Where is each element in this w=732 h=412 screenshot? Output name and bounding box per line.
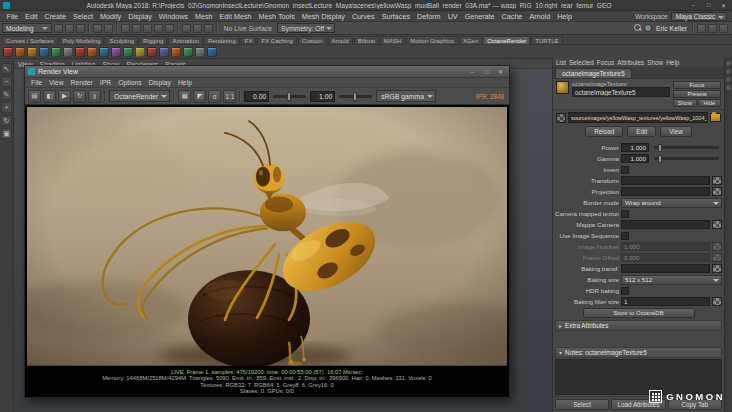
undo-icon[interactable] — [93, 24, 102, 33]
attribute-editor-toggle-icon[interactable] — [708, 24, 717, 33]
rv-menu-view[interactable]: View — [46, 79, 67, 86]
select-tool[interactable]: ↖ — [1, 63, 12, 74]
snap-grid-icon[interactable] — [121, 24, 130, 33]
shelf-tab-poly-modeling[interactable]: Poly Modeling — [59, 36, 105, 44]
shelf-icon[interactable] — [39, 47, 49, 57]
rgb-channels-icon[interactable]: ◩ — [193, 90, 206, 103]
redo-icon[interactable] — [104, 24, 113, 33]
open-scene-icon[interactable] — [65, 24, 74, 33]
node-tab[interactable]: octaneImageTexture5 — [555, 68, 632, 78]
shelf-tab-rigging[interactable]: Rigging — [139, 36, 167, 44]
hide-button[interactable]: Hide — [698, 99, 722, 107]
rv-menu-options[interactable]: Options — [115, 79, 144, 86]
ae-menu-selected[interactable]: Selected — [569, 59, 594, 66]
slider-power[interactable] — [654, 146, 719, 149]
text-field-frame-offset[interactable]: 0.000 — [621, 253, 710, 262]
menu-deform[interactable]: Deform — [414, 12, 445, 21]
rv-menu-render[interactable]: Render — [68, 79, 96, 86]
renderer-dropdown[interactable]: OctaneRender — [109, 90, 170, 102]
slider-handle[interactable] — [353, 92, 357, 101]
modeling-toolkit-toggle-icon[interactable] — [697, 24, 706, 33]
panel-toggle-icon[interactable] — [726, 85, 731, 90]
menu-help[interactable]: Help — [554, 12, 576, 21]
shelf-icon[interactable] — [63, 47, 73, 57]
render-current-icon[interactable] — [182, 24, 191, 33]
shelf-tab-curves-surfaces[interactable]: Curves / Surfaces — [2, 36, 58, 44]
exposure-slider[interactable] — [273, 95, 306, 98]
snap-curve-icon[interactable] — [132, 24, 141, 33]
menu-select[interactable]: Select — [70, 12, 97, 21]
show-button[interactable]: Show — [673, 99, 697, 107]
rv-menu-ipr[interactable]: IPR — [97, 79, 114, 86]
ae-menu-help[interactable]: Help — [666, 59, 679, 66]
ipr-render-icon[interactable] — [193, 24, 202, 33]
shelf-icon[interactable] — [135, 47, 145, 57]
dropdown-border-mode[interactable]: Wrap around — [621, 198, 722, 208]
text-field-transform[interactable] — [621, 176, 710, 185]
menu-mesh-tools[interactable]: Mesh Tools — [255, 12, 298, 21]
ae-menu-attributes[interactable]: Attributes — [617, 59, 644, 66]
node-name-field[interactable]: octaneImageTexture5 — [572, 87, 670, 97]
shelf-icon[interactable] — [3, 47, 13, 57]
store-to-octanedb-button[interactable]: Store to OctaneDB — [583, 308, 695, 318]
minimize-button[interactable]: – — [688, 2, 699, 8]
menu-file[interactable]: File — [3, 12, 22, 21]
texture-swatch[interactable] — [556, 81, 569, 94]
symmetry-dropdown[interactable]: Symmetry: Off — [277, 23, 335, 33]
menu-edit-mesh[interactable]: Edit Mesh — [216, 12, 255, 21]
rv-menu-file[interactable]: File — [28, 79, 45, 86]
shelf-tab-arnold[interactable]: Arnold — [328, 36, 353, 44]
shelf-icon[interactable] — [183, 47, 193, 57]
menu-curves[interactable]: Curves — [348, 12, 378, 21]
rv-menu-display[interactable]: Display — [146, 79, 174, 86]
menu-display[interactable]: Display — [125, 12, 156, 21]
close-button[interactable]: ✕ — [718, 2, 729, 9]
one-to-one-icon[interactable]: 1:1 — [223, 90, 236, 103]
shelf-icon[interactable] — [15, 47, 25, 57]
panel-toggle-icon[interactable] — [726, 77, 731, 82]
snap-plane-icon[interactable] — [154, 24, 163, 33]
browse-folder-icon[interactable] — [710, 113, 721, 122]
panel-toggle-icon[interactable] — [726, 61, 731, 66]
panel-toggle-icon[interactable] — [726, 69, 731, 74]
connect-texture-icon[interactable] — [712, 297, 722, 306]
shelf-tab-sculpting[interactable]: Sculpting — [105, 36, 138, 44]
shelf-tab-animation[interactable]: Animation — [168, 36, 203, 44]
edit-button[interactable]: Edit — [627, 126, 656, 137]
text-field-projection[interactable] — [621, 187, 710, 196]
shelf-icon[interactable] — [195, 47, 205, 57]
text-field-mappa-camera[interactable] — [621, 220, 710, 229]
connect-texture-icon[interactable] — [712, 253, 722, 262]
exposure-field[interactable]: 0.00 — [244, 91, 269, 102]
extra-attributes-section[interactable]: ▸ Extra Attributes — [555, 320, 722, 331]
scale-tool[interactable]: ▣ — [1, 128, 12, 139]
shelf-tab-rendering[interactable]: Rendering — [204, 36, 240, 44]
text-field-baking-filter-size[interactable]: 1 — [621, 297, 710, 306]
menu-generate[interactable]: Generate — [461, 12, 498, 21]
focus-button[interactable]: Focus — [673, 81, 721, 89]
lasso-tool[interactable]: ~ — [1, 76, 12, 87]
checkbox-camera-mapped-texture[interactable] — [621, 210, 629, 218]
rotate-tool[interactable]: ↻ — [1, 115, 12, 126]
menu-uv[interactable]: UV — [444, 12, 461, 21]
render-view-titlebar[interactable]: Render View – □ ✕ — [25, 66, 509, 78]
render-icon[interactable]: ▶ — [58, 90, 71, 103]
ipr-render-icon[interactable]: ↻ — [73, 90, 86, 103]
ae-menu-focus[interactable]: Focus — [597, 59, 614, 66]
move-tool[interactable]: + — [1, 102, 12, 113]
shelf-icon[interactable] — [147, 47, 157, 57]
alpha-channel-icon[interactable]: α — [208, 90, 221, 103]
view-button[interactable]: View — [660, 126, 692, 137]
slider-handle[interactable] — [287, 92, 291, 101]
menu-edit[interactable]: Edit — [22, 12, 41, 21]
shelf-icon[interactable] — [159, 47, 169, 57]
connect-texture-icon[interactable] — [712, 187, 722, 196]
user-avatar[interactable] — [644, 24, 652, 32]
slider-gamma[interactable] — [654, 157, 719, 160]
rv-menu-help[interactable]: Help — [175, 79, 195, 86]
shelf-tab-turtle[interactable]: TURTLE — [531, 36, 562, 44]
menu-surfaces[interactable]: Surfaces — [378, 12, 413, 21]
checkbox-hdr-baking[interactable] — [621, 287, 629, 295]
menu-arnold[interactable]: Arnold — [526, 12, 554, 21]
connect-texture-icon[interactable] — [712, 242, 722, 251]
